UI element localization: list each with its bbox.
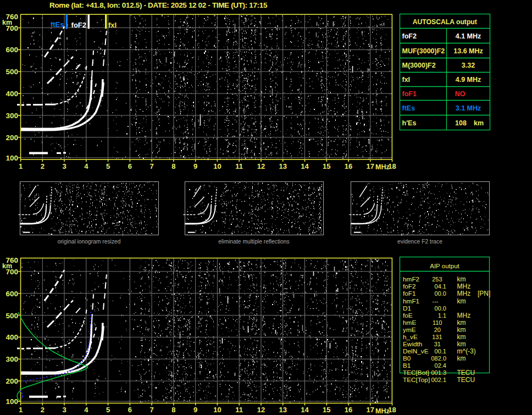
- svg-text:10: 10: [213, 406, 221, 414]
- svg-text:253: 253: [432, 276, 442, 283]
- svg-text:8: 8: [171, 162, 175, 170]
- svg-text:9: 9: [193, 406, 197, 414]
- svg-text:MHz: MHz: [375, 407, 390, 415]
- svg-text:AIP output: AIP output: [430, 263, 459, 269]
- svg-text:13: 13: [279, 162, 286, 170]
- svg-text:evidence F2 trace: evidence F2 trace: [397, 239, 442, 245]
- svg-text:500: 500: [5, 68, 18, 76]
- svg-text:6: 6: [128, 162, 132, 170]
- svg-text:km: km: [457, 340, 466, 348]
- svg-text:foF2: foF2: [403, 283, 416, 290]
- svg-text:400: 400: [5, 333, 18, 341]
- svg-text:TEC[Top]: TEC[Top]: [403, 376, 430, 384]
- svg-text:001.3: 001.3: [431, 369, 446, 376]
- svg-text:MHz: MHz: [375, 163, 390, 171]
- svg-text:400: 400: [5, 90, 18, 98]
- svg-text:foF1: foF1: [403, 290, 416, 297]
- svg-text:15: 15: [323, 162, 330, 170]
- svg-text:4.1 MHz: 4.1 MHz: [456, 32, 481, 40]
- svg-text:02.4: 02.4: [435, 362, 446, 369]
- svg-text:MUF(3000)F2: MUF(3000)F2: [402, 47, 445, 55]
- svg-text:hmE: hmE: [403, 319, 416, 327]
- svg-text:MHz: MHz: [457, 283, 471, 290]
- svg-text:AUTOSCALA output: AUTOSCALA output: [413, 18, 477, 26]
- svg-text:14: 14: [301, 406, 309, 414]
- svg-text:NO: NO: [455, 90, 465, 98]
- svg-text:km: km: [457, 275, 466, 283]
- svg-text:km: km: [457, 326, 466, 334]
- svg-text:00.0: 00.0: [435, 290, 446, 297]
- svg-text:h'Es: h'Es: [402, 119, 417, 127]
- svg-text:7: 7: [149, 406, 153, 414]
- svg-text:B1: B1: [403, 362, 411, 369]
- svg-text:108: 108: [455, 119, 467, 127]
- svg-text:12: 12: [257, 162, 265, 170]
- svg-text:MHz: MHz: [457, 312, 471, 319]
- svg-text:100: 100: [5, 154, 18, 162]
- svg-text:002.1: 002.1: [431, 377, 446, 383]
- svg-text:082.0: 082.0: [431, 355, 446, 362]
- svg-text:---: ---: [433, 298, 439, 305]
- svg-text:9: 9: [193, 162, 197, 170]
- svg-text:eliminate multiple reflections: eliminate multiple reflections: [218, 239, 289, 245]
- svg-text:B0: B0: [403, 355, 411, 362]
- svg-text:foF2: foF2: [71, 21, 86, 29]
- svg-text:7: 7: [149, 162, 153, 170]
- svg-text:foF2: foF2: [402, 32, 417, 40]
- svg-text:Rome (lat: +41.8, lon: 012.5): Rome (lat: +41.8, lon: 012.5) - DATE: 20…: [49, 1, 268, 9]
- svg-text:ftEs: ftEs: [402, 104, 415, 112]
- svg-text:11: 11: [235, 406, 243, 414]
- svg-text:TECU: TECU: [457, 369, 475, 377]
- svg-text:1: 1: [19, 162, 23, 170]
- svg-text:16: 16: [345, 406, 352, 414]
- svg-text:2: 2: [41, 162, 45, 170]
- svg-text:3: 3: [62, 162, 66, 170]
- svg-text:1: 1: [19, 406, 23, 414]
- svg-text:ymE: ymE: [403, 326, 416, 334]
- svg-text:13.6 MHz: 13.6 MHz: [453, 47, 483, 55]
- svg-text:17: 17: [367, 406, 374, 414]
- svg-text:110: 110: [433, 319, 442, 326]
- svg-text:DelN_vE: DelN_vE: [403, 347, 429, 355]
- svg-text:4: 4: [84, 406, 88, 414]
- svg-text:hmF1: hmF1: [403, 297, 419, 305]
- svg-text:m^(-3): m^(-3): [457, 347, 476, 355]
- svg-text:4.9 MHz: 4.9 MHz: [456, 76, 481, 84]
- svg-text:4: 4: [84, 162, 88, 170]
- svg-text:3: 3: [62, 406, 66, 414]
- svg-text:fxI: fxI: [402, 76, 411, 84]
- svg-text:D1: D1: [403, 305, 411, 312]
- svg-text:Ewidth: Ewidth: [403, 340, 422, 348]
- svg-text:10: 10: [213, 162, 221, 170]
- svg-text:300: 300: [5, 112, 18, 120]
- svg-text:5: 5: [106, 406, 110, 414]
- svg-text:M(3000)F2: M(3000)F2: [402, 62, 436, 69]
- svg-text:km: km: [474, 119, 484, 127]
- svg-text:5: 5: [106, 162, 110, 170]
- svg-text:km: km: [457, 355, 466, 362]
- svg-text:15: 15: [323, 406, 330, 414]
- svg-text:6: 6: [128, 406, 132, 414]
- svg-text:km: km: [457, 333, 466, 341]
- svg-text:600: 600: [5, 46, 18, 54]
- svg-text:original ionogram resized: original ionogram resized: [57, 239, 120, 245]
- svg-text:TEC[Bot]: TEC[Bot]: [403, 369, 429, 377]
- svg-text:3.1 MHz: 3.1 MHz: [456, 104, 481, 112]
- svg-text:200: 200: [5, 377, 18, 385]
- svg-text:13: 13: [279, 406, 286, 414]
- svg-text:MHz: MHz: [457, 290, 471, 297]
- svg-text:131: 131: [432, 334, 442, 340]
- svg-text:17: 17: [367, 162, 374, 170]
- svg-text:14: 14: [301, 162, 309, 170]
- svg-text:hmF2: hmF2: [403, 275, 419, 283]
- svg-text:200: 200: [5, 134, 18, 142]
- svg-text:700: 700: [5, 24, 18, 32]
- svg-text:500: 500: [5, 312, 18, 320]
- svg-text:700: 700: [5, 268, 18, 276]
- svg-text:20: 20: [434, 327, 441, 333]
- svg-text:km: km: [457, 297, 466, 305]
- svg-text:00.0: 00.0: [435, 305, 446, 312]
- svg-text:km: km: [457, 319, 466, 327]
- svg-text:8: 8: [171, 406, 175, 414]
- svg-text:300: 300: [5, 355, 18, 363]
